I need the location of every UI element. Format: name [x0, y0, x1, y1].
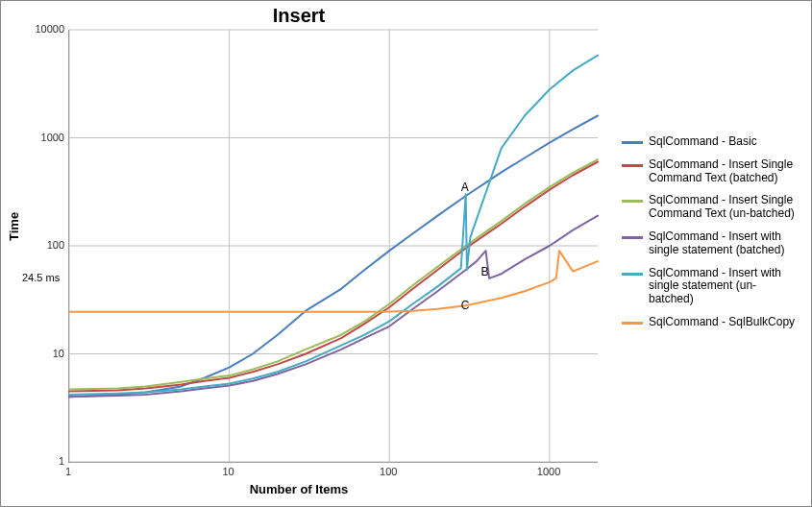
x-tick: 1 [57, 466, 80, 477]
legend-item: SqlCommand - Basic [622, 135, 800, 149]
legend-swatch [622, 273, 643, 276]
y-tick: 10000 [28, 23, 64, 35]
x-tick: 100 [377, 466, 400, 477]
legend-item: SqlCommand - Insert Single Command Text … [622, 158, 800, 185]
legend-label: SqlCommand - Insert with single statemen… [649, 267, 800, 306]
x-axis-label: Number of Items [1, 482, 597, 496]
legend-swatch [622, 322, 643, 325]
legend-label: SqlCommand - Basic [649, 135, 800, 149]
legend-swatch [622, 164, 643, 167]
plot-area [68, 30, 598, 463]
legend-swatch [622, 141, 643, 144]
x-tick: 10 [217, 466, 240, 477]
legend-label: SqlCommand - Insert with single statemen… [649, 230, 800, 257]
legend-swatch [622, 236, 643, 239]
y-tick: 1000 [28, 132, 64, 143]
legend-item: SqlCommand - SqlBulkCopy [622, 316, 800, 329]
legend: SqlCommand - Basic SqlCommand - Insert S… [622, 126, 800, 339]
legend-item: SqlCommand - Insert Single Command Text … [622, 194, 800, 221]
y-tick: 1 [28, 455, 64, 467]
y-tick: 100 [28, 239, 64, 251]
chart-container: Insert Time 24.5 ms Number of Items SqlC… [0, 0, 812, 507]
x-tick: 1000 [537, 466, 560, 477]
y-extra-tick: 24.5 ms [22, 272, 60, 283]
legend-swatch [622, 200, 643, 203]
y-axis-label: Time [7, 212, 21, 241]
chart-title: Insert [1, 5, 597, 27]
plot-svg [69, 30, 598, 462]
legend-item: SqlCommand - Insert with single statemen… [622, 230, 800, 257]
legend-label: SqlCommand - Insert Single Command Text … [649, 194, 800, 221]
legend-label: SqlCommand - SqlBulkCopy [649, 316, 800, 329]
legend-item: SqlCommand - Insert with single statemen… [622, 267, 800, 306]
legend-label: SqlCommand - Insert Single Command Text … [649, 158, 800, 185]
y-tick: 10 [28, 348, 64, 359]
